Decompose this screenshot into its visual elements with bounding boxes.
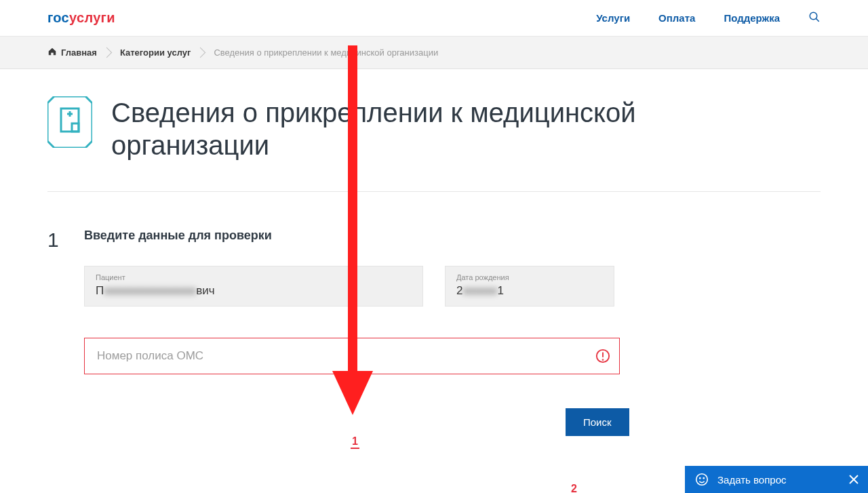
logo-part-2: услуги <box>69 10 115 25</box>
ask-label: Задать вопрос <box>717 474 786 486</box>
patient-label: Пациент <box>96 273 412 281</box>
dob-field: Дата рождения 2xxxxxx1 <box>445 266 614 307</box>
breadcrumb-categories[interactable]: Категории услуг <box>120 47 205 58</box>
patient-field: Пациент Пxxxxxxxxxxxxxxxxвич <box>84 266 423 307</box>
site-logo[interactable]: госуслуги <box>47 10 115 26</box>
svg-point-0 <box>810 12 817 20</box>
patient-value: Пxxxxxxxxxxxxxxxxвич <box>96 284 412 298</box>
dob-prefix: 2 <box>456 284 462 297</box>
svg-marker-2 <box>47 96 92 148</box>
page: Сведения о прикреплении к медицинской ор… <box>0 69 868 436</box>
header: госуслуги Услуги Оплата Поддержка <box>0 0 868 37</box>
svg-rect-6 <box>72 123 79 132</box>
nav-payment[interactable]: Оплата <box>658 12 695 24</box>
close-icon[interactable] <box>849 475 859 484</box>
svg-line-1 <box>816 19 819 22</box>
dob-hidden: xxxxxx <box>462 284 497 298</box>
breadcrumb-current-label: Сведения о прикреплении к медицинской ор… <box>214 47 438 58</box>
dob-value: 2xxxxxx1 <box>456 284 603 298</box>
chat-icon <box>694 472 709 487</box>
svg-point-12 <box>696 474 708 486</box>
svg-point-9 <box>603 359 604 360</box>
svg-point-13 <box>700 478 701 479</box>
breadcrumb-current: Сведения о прикреплении к медицинской ор… <box>214 47 452 58</box>
top-nav: Услуги Оплата Поддержка <box>596 11 821 25</box>
annotation-number-2: 2 <box>570 483 578 493</box>
patient-hidden: xxxxxxxxxxxxxxxx <box>104 284 196 298</box>
error-icon <box>595 349 610 363</box>
step-body: Введите данные для проверки Пациент Пxxx… <box>84 229 821 436</box>
dob-suffix: 1 <box>497 284 503 297</box>
ask-widget[interactable]: Задать вопрос <box>685 466 868 493</box>
search-icon[interactable] <box>808 11 821 25</box>
breadcrumb-home[interactable]: Главная <box>47 47 111 58</box>
home-icon <box>47 47 57 58</box>
logo-part-1: гос <box>47 10 69 25</box>
title-row: Сведения о прикреплении к медицинской ор… <box>47 96 821 192</box>
nav-services[interactable]: Услуги <box>596 12 630 24</box>
search-button[interactable]: Поиск <box>566 408 629 436</box>
oms-input[interactable] <box>84 338 620 374</box>
step-heading: Введите данные для проверки <box>84 229 821 243</box>
patient-suffix: вич <box>196 284 214 297</box>
nav-support[interactable]: Поддержка <box>724 12 780 24</box>
page-title: Сведения о прикреплении к медицинской ор… <box>111 96 715 161</box>
breadcrumb-home-label: Главная <box>61 47 97 58</box>
svg-point-14 <box>703 478 704 479</box>
oms-field-wrap <box>84 338 620 374</box>
patient-prefix: П <box>96 284 104 297</box>
breadcrumb: Главная Категории услуг Сведения о прикр… <box>0 37 868 69</box>
dob-label: Дата рождения <box>456 273 603 281</box>
medical-org-icon <box>47 96 92 148</box>
annotation-number-1: 1 <box>351 435 359 449</box>
step-1: 1 Введите данные для проверки Пациент Пx… <box>47 229 821 436</box>
step-number: 1 <box>47 229 60 436</box>
breadcrumb-categories-label: Категории услуг <box>120 47 191 58</box>
readonly-fields: Пациент Пxxxxxxxxxxxxxxxxвич Дата рожден… <box>84 266 821 307</box>
